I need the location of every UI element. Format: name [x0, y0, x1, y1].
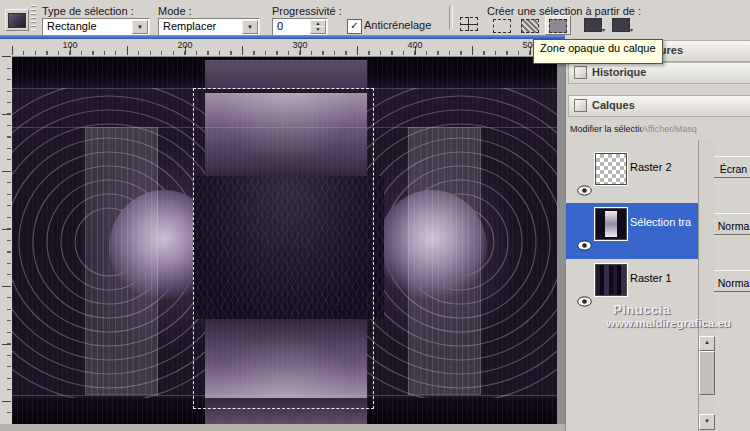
selection-from-merged-opaque-button[interactable]	[517, 15, 543, 35]
selection-from-layer-bounds-button[interactable]	[489, 15, 515, 35]
layer-row-raster2[interactable]: Raster 2	[566, 148, 698, 204]
mode-value: Remplacer	[163, 20, 216, 32]
feather-label: Progressivité :	[272, 5, 342, 17]
mode-dropdown[interactable]: Remplacer ▼	[158, 18, 260, 36]
blend-mode-dropdown[interactable]: Norma	[713, 213, 750, 235]
top-letterbox-bar	[12, 57, 557, 88]
ruler-major-ticks	[12, 46, 565, 55]
preset-thumbnail-icon	[8, 13, 26, 28]
palette-icon	[574, 66, 587, 79]
layer-visibility-eye-icon[interactable]	[577, 296, 592, 307]
antialias-label[interactable]: Anticrénelage	[364, 19, 431, 31]
ruler-number: 400	[407, 40, 422, 50]
layer-visibility-eye-icon[interactable]	[577, 240, 592, 251]
selection-type-dropdown[interactable]: Rectangle ▼	[42, 18, 150, 36]
chevron-down-icon[interactable]: ▼	[132, 20, 148, 34]
selection-marquee[interactable]	[193, 88, 374, 409]
tool-options-toolbar: Type de sélection : Rectangle ▼ Mode : R…	[0, 0, 750, 36]
right-palette-dock: Styles et textures Historique Calques Mo…	[565, 39, 750, 431]
edit-selection-label[interactable]: Modifier la sélection	[570, 124, 642, 134]
top-center-glow	[205, 60, 367, 88]
layers-palette-bar[interactable]: Calques	[568, 95, 750, 117]
feather-spinner[interactable]: 0 ▲ ▼	[272, 18, 328, 36]
custom-selection-icon	[460, 17, 478, 31]
chevron-down-icon: ▾	[602, 27, 605, 33]
selection-tool-extra-button-2[interactable]: ▾	[608, 14, 634, 34]
layers-palette-toolbar: Modifier la sélection Afficher/Masq	[566, 121, 698, 139]
watermark-url: www.maldiregrafica.eu	[606, 317, 731, 329]
scrollbar-thumb[interactable]	[699, 351, 715, 395]
layer-thumbnail[interactable]	[595, 264, 627, 296]
solid-rectangle-icon	[549, 19, 567, 33]
canvas-image[interactable]	[12, 57, 557, 424]
horizontal-ruler[interactable]: 100 200 300 400 500	[12, 39, 565, 57]
selection-tool-extra-button-1[interactable]: ▾	[580, 14, 606, 34]
layer-thumbnail[interactable]	[595, 153, 627, 185]
dark-selection-icon	[584, 18, 602, 32]
presets-button[interactable]	[5, 9, 29, 31]
canvas-bottom-strip	[0, 424, 565, 431]
spinner-down-icon[interactable]: ▼	[310, 26, 326, 34]
toolbar-separator	[449, 6, 453, 29]
ruler-number: 200	[177, 40, 192, 50]
palette-icon	[574, 99, 587, 112]
toolbar-grip-handle[interactable]	[31, 5, 36, 30]
history-palette-title: Historique	[592, 66, 646, 78]
layer-visibility-eye-icon[interactable]	[577, 185, 592, 196]
ruler-number: 300	[292, 40, 307, 50]
watermark-name: Pinuccia	[613, 302, 670, 317]
ruler-major-ticks	[2, 56, 11, 424]
tooltip: Zone opaque du calque	[533, 39, 663, 64]
checkmark-icon: ✓	[350, 20, 358, 31]
blend-mode-dropdown[interactable]: Écran	[713, 156, 750, 178]
layer-name[interactable]: Raster 2	[630, 161, 672, 173]
layer-row-selection-selected[interactable]: Sélection tra	[566, 203, 698, 259]
show-hide-label: Afficher/Masq	[642, 124, 697, 134]
layer-thumbnail[interactable]	[595, 208, 627, 240]
history-palette-bar[interactable]: Historique	[568, 62, 750, 84]
selection-from-layer-opaque-button[interactable]	[545, 15, 571, 35]
scroll-down-icon[interactable]: ▼	[699, 414, 715, 430]
dark-selection-icon	[612, 18, 630, 32]
layer-name[interactable]: Raster 1	[630, 272, 672, 284]
antialias-checkbox[interactable]: ✓	[347, 19, 362, 34]
custom-selection-button[interactable]	[456, 13, 482, 33]
layers-palette-title: Calques	[592, 99, 635, 111]
chevron-down-icon[interactable]: ▼	[242, 20, 258, 34]
hatched-rectangle-icon	[521, 19, 539, 33]
feather-value: 0	[277, 20, 283, 32]
layer-name[interactable]: Sélection tra	[630, 216, 691, 228]
blend-mode-dropdown[interactable]: Norma	[713, 270, 750, 292]
selection-type-value: Rectangle	[47, 20, 97, 32]
dashed-rectangle-icon	[493, 19, 511, 33]
layers-scrollbar[interactable]: ▲ ▼	[698, 140, 714, 431]
psp-application-window: Type de sélection : Rectangle ▼ Mode : R…	[0, 0, 750, 431]
canvas-backdrop	[12, 56, 565, 424]
ruler-number: 100	[62, 40, 77, 50]
scroll-up-icon[interactable]: ▲	[699, 336, 715, 351]
mode-label: Mode :	[158, 5, 192, 17]
layers-list: Raster 2 Sélection tra Raster 1	[566, 140, 698, 431]
chevron-down-icon: ▾	[630, 27, 633, 33]
selection-type-label: Type de sélection :	[42, 5, 134, 17]
